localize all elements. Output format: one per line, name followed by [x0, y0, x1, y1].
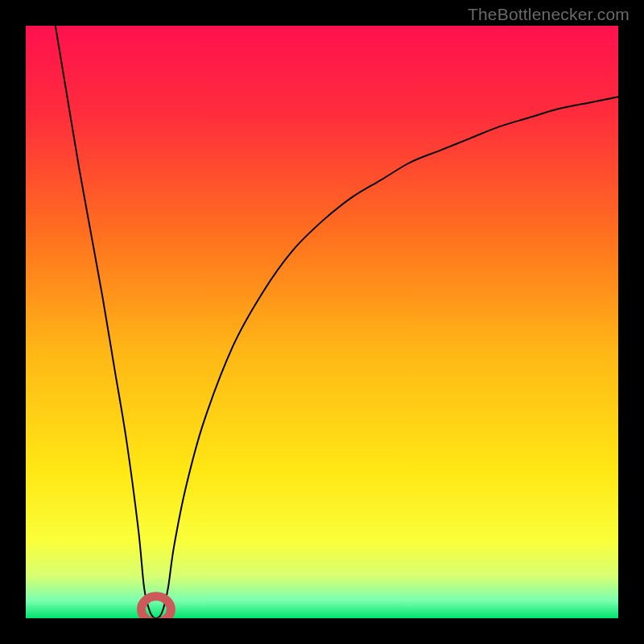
gradient-background [26, 26, 618, 618]
bottleneck-chart-svg [26, 26, 618, 618]
chart-frame: TheBottlenecker.com [0, 0, 644, 644]
plot-area [26, 26, 618, 618]
watermark-text: TheBottlenecker.com [468, 5, 630, 24]
